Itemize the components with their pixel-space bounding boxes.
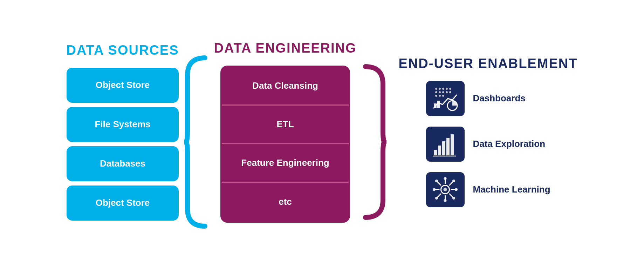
sources-list: Object Store File Systems Databases Obje… <box>67 68 179 221</box>
source-databases: Databases <box>67 146 179 181</box>
svg-rect-13 <box>434 103 437 108</box>
data-exploration-icon-box <box>426 127 465 162</box>
svg-rect-14 <box>437 101 440 108</box>
svg-point-37 <box>452 197 455 200</box>
svg-point-3 <box>446 88 448 90</box>
svg-rect-19 <box>446 138 450 155</box>
machine-learning-label: Machine Learning <box>473 184 550 195</box>
source-object-store-2: Object Store <box>67 186 179 221</box>
data-sources-column: DATA SOURCES Object Store File Systems D… <box>67 43 179 221</box>
enablement-machine-learning: Machine Learning <box>426 172 550 207</box>
data-sources-title: DATA SOURCES <box>67 43 179 58</box>
svg-point-33 <box>444 199 447 202</box>
svg-point-12 <box>442 95 444 97</box>
machine-learning-icon <box>432 176 458 203</box>
svg-point-39 <box>435 197 438 200</box>
svg-point-6 <box>439 91 441 93</box>
data-engineering-column: DATA ENGINEERING Data Cleansing ETL Feat… <box>214 41 356 223</box>
svg-point-11 <box>439 95 441 97</box>
right-brace <box>357 63 392 221</box>
svg-point-34 <box>433 188 436 191</box>
data-exploration-label: Data Exploration <box>473 139 546 149</box>
dashboards-icon <box>432 85 458 112</box>
left-brace <box>179 54 214 230</box>
enablement-title: END-USER ENABLEMENT <box>399 56 578 71</box>
svg-point-32 <box>444 177 447 180</box>
svg-point-35 <box>455 188 458 191</box>
machine-learning-icon-box <box>426 172 465 207</box>
svg-point-10 <box>435 95 437 97</box>
enablement-list: Dashboards Data Exploratio <box>426 81 550 207</box>
svg-rect-20 <box>451 134 454 155</box>
engineering-list: Data Cleansing ETL Feature Engineering e… <box>220 66 350 223</box>
data-engineering-title: DATA ENGINEERING <box>214 41 356 56</box>
data-exploration-icon <box>432 131 458 157</box>
svg-point-5 <box>435 91 437 93</box>
svg-point-23 <box>444 188 447 191</box>
source-object-store-1: Object Store <box>67 68 179 103</box>
svg-line-31 <box>437 194 441 197</box>
svg-point-8 <box>446 91 448 93</box>
svg-line-30 <box>450 182 453 185</box>
svg-point-2 <box>442 88 444 90</box>
eng-data-cleansing: Data Cleansing <box>222 67 349 106</box>
svg-point-38 <box>452 180 455 182</box>
dashboards-icon-box <box>426 81 465 116</box>
svg-point-36 <box>435 180 438 182</box>
svg-point-0 <box>435 88 437 90</box>
eng-feature-engineering: Feature Engineering <box>222 144 349 183</box>
eng-etc: etc <box>222 183 349 221</box>
svg-point-7 <box>442 91 444 93</box>
enablement-data-exploration: Data Exploration <box>426 127 550 162</box>
svg-rect-18 <box>442 141 445 155</box>
enablement-column: END-USER ENABLEMENT <box>399 56 578 207</box>
svg-point-4 <box>449 88 451 90</box>
svg-line-28 <box>437 182 441 185</box>
svg-rect-17 <box>438 146 441 155</box>
dashboards-label: Dashboards <box>473 93 526 104</box>
source-file-systems: File Systems <box>67 107 179 142</box>
svg-rect-16 <box>434 150 437 155</box>
diagram-container: DATA SOURCES Object Store File Systems D… <box>0 0 644 263</box>
svg-line-29 <box>450 194 453 197</box>
enablement-dashboards: Dashboards <box>426 81 550 116</box>
eng-etl: ETL <box>222 106 349 144</box>
svg-point-1 <box>439 88 441 90</box>
svg-point-9 <box>449 91 451 93</box>
